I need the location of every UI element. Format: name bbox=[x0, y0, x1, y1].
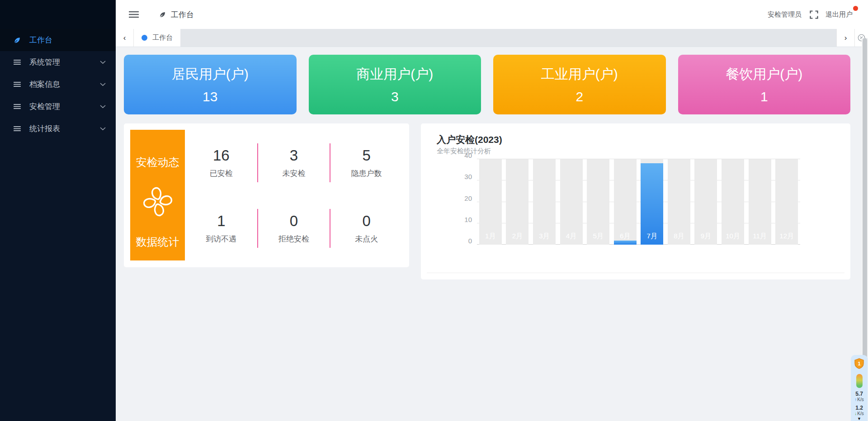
summary-stat-label: 拒绝安检 bbox=[278, 234, 309, 244]
bar-group-6月: 6月 bbox=[612, 159, 639, 245]
sidebar-item-label: 系统管理 bbox=[29, 57, 100, 67]
summary-side-block: 安检动态 数据统计 bbox=[130, 130, 185, 260]
sidebar-item-label: 档案信息 bbox=[29, 79, 100, 90]
user-name[interactable]: 安检管理员 bbox=[768, 10, 802, 19]
summary-stats-grid: 16已安检3未安检5隐患户数1到访不遇0拒绝安检0未点火 bbox=[185, 130, 403, 261]
stat-card-label: 商业用户(户) bbox=[356, 65, 433, 84]
x-axis-label: 2月 bbox=[506, 232, 528, 241]
summary-stat-到访不遇: 1到访不遇 bbox=[185, 195, 258, 261]
bar-group-8月: 8月 bbox=[665, 159, 693, 245]
x-axis-label: 11月 bbox=[749, 232, 771, 241]
y-axis-tick: 10 bbox=[464, 215, 472, 223]
summary-stat-拒绝安检: 0拒绝安检 bbox=[258, 195, 330, 261]
summary-side-top-label: 安检动态 bbox=[136, 155, 179, 170]
download-speed-value: 1.2 bbox=[855, 405, 863, 411]
background-bar: 9月 bbox=[694, 159, 717, 245]
stat-card-label: 居民用户(户) bbox=[172, 65, 249, 84]
summary-stat-未点火: 0未点火 bbox=[330, 195, 403, 261]
top-header: 工作台 安检管理员 退出用户 bbox=[116, 0, 868, 29]
summary-stat-value: 1 bbox=[217, 213, 225, 230]
background-bar: 2月 bbox=[506, 159, 528, 245]
stat-card-value: 13 bbox=[203, 89, 217, 104]
summary-stat-已安检: 16已安检 bbox=[185, 130, 258, 195]
leaf-icon bbox=[13, 36, 22, 45]
tab-active-dot-icon bbox=[142, 35, 147, 41]
traffic-level-bar bbox=[856, 374, 863, 388]
chart-footer-divider bbox=[427, 273, 844, 273]
summary-stat-value: 0 bbox=[362, 213, 370, 230]
tab-bar: ‹ 工作台 › bbox=[116, 29, 868, 47]
stat-card-value: 3 bbox=[391, 89, 399, 104]
list-icon bbox=[13, 124, 22, 133]
chevron-down-icon bbox=[100, 61, 106, 64]
stat-card-value: 1 bbox=[760, 89, 768, 104]
bar-group-2月: 2月 bbox=[504, 159, 531, 245]
upload-arrow-icon: ↑ bbox=[854, 397, 857, 402]
x-axis-label: 1月 bbox=[479, 232, 502, 241]
fullscreen-icon[interactable] bbox=[810, 10, 818, 19]
sidebar-item-label: 统计报表 bbox=[29, 123, 100, 134]
sidebar-item-system[interactable]: 系统管理 bbox=[0, 51, 116, 73]
sidebar-item-archives[interactable]: 档案信息 bbox=[0, 73, 116, 95]
bar-group-10月: 10月 bbox=[719, 159, 746, 245]
tabs-track: 工作台 bbox=[134, 29, 836, 47]
y-axis-tick: 40 bbox=[464, 151, 472, 159]
upload-speed-unit: K/s bbox=[857, 397, 863, 402]
download-arrow-icon: ↓ bbox=[854, 411, 857, 416]
chevron-down-icon bbox=[100, 127, 106, 131]
content-area: 居民用户(户)13商业用户(户)3工业用户(户)2餐饮用户(户)1 安检动态 bbox=[116, 47, 868, 279]
sidebar: 工作台系统管理档案信息安检管理统计报表 bbox=[0, 0, 116, 421]
fan-icon bbox=[141, 185, 175, 220]
stat-card-1[interactable]: 居民用户(户)13 bbox=[124, 55, 297, 114]
logout-button[interactable]: 退出用户 bbox=[826, 10, 854, 19]
stat-card-4[interactable]: 餐饮用户(户)1 bbox=[678, 55, 851, 114]
summary-stat-未安检: 3未安检 bbox=[258, 130, 330, 195]
list-icon bbox=[13, 58, 22, 67]
background-bar: 4月 bbox=[560, 159, 583, 245]
download-speed-unit: K/s bbox=[857, 411, 863, 416]
x-axis-label: 9月 bbox=[694, 232, 717, 241]
summary-stat-label: 未点火 bbox=[355, 234, 378, 244]
tabs-scroll-left-icon[interactable]: ‹ bbox=[116, 29, 134, 47]
sidebar-item-reports[interactable]: 统计报表 bbox=[0, 118, 116, 140]
x-axis-label: 4月 bbox=[560, 232, 583, 241]
chart-subtitle: 全年安检统计分析 bbox=[437, 147, 491, 156]
collapse-caret-icon[interactable]: ▼ bbox=[857, 416, 861, 421]
sidebar-item-inspection[interactable]: 安检管理 bbox=[0, 95, 116, 118]
x-axis-label: 3月 bbox=[533, 232, 556, 241]
inspection-summary-panel: 安检动态 数据统计 16已安检3未安检5隐患户数1到访 bbox=[124, 123, 409, 267]
bar-chart-plot: 0102030401月2月3月4月5月6月7月8月9月10月11月12月 bbox=[477, 159, 800, 245]
chevron-down-icon bbox=[100, 105, 106, 109]
upload-speed-value: 5.7 bbox=[855, 391, 863, 397]
background-bar: 12月 bbox=[775, 159, 798, 245]
network-monitor-widget[interactable]: 1 5.7 ↑K/s 1.2 ↓K/s ▼ bbox=[851, 355, 868, 421]
stat-card-label: 工业用户(户) bbox=[541, 65, 618, 84]
svg-text:1: 1 bbox=[858, 361, 860, 366]
tab-label: 工作台 bbox=[152, 33, 173, 42]
sidebar-menu: 工作台系统管理档案信息安检管理统计报表 bbox=[0, 29, 116, 140]
bars-container: 1月2月3月4月5月6月7月8月9月10月11月12月 bbox=[477, 159, 800, 245]
summary-stat-label: 未安检 bbox=[282, 168, 305, 179]
y-axis-tick: 0 bbox=[468, 237, 472, 245]
list-icon bbox=[13, 80, 22, 89]
summary-stat-label: 已安检 bbox=[210, 168, 233, 179]
logout-label: 退出用户 bbox=[826, 10, 853, 18]
stat-card-2[interactable]: 商业用户(户)3 bbox=[309, 55, 481, 114]
x-axis-label: 5月 bbox=[587, 232, 609, 241]
tab-workbench[interactable]: 工作台 bbox=[134, 29, 180, 47]
y-axis-tick: 20 bbox=[464, 194, 472, 202]
x-axis-label: 12月 bbox=[775, 232, 798, 241]
bar-group-9月: 9月 bbox=[693, 159, 720, 245]
page-scrollbar-thumb[interactable] bbox=[863, 38, 867, 358]
tabs-scroll-right-icon[interactable]: › bbox=[836, 29, 854, 47]
sidebar-item-workbench[interactable]: 工作台 bbox=[0, 29, 116, 51]
hamburger-icon[interactable] bbox=[129, 11, 139, 18]
bar-group-1月: 1月 bbox=[477, 159, 504, 245]
summary-stat-value: 16 bbox=[213, 147, 230, 164]
summary-stat-隐患户数: 5隐患户数 bbox=[330, 130, 403, 195]
x-axis-label: 8月 bbox=[668, 232, 690, 241]
background-bar: 7月 bbox=[641, 159, 663, 245]
yearly-inspection-chart-panel: 入户安检(2023) 全年安检统计分析 0102030401月2月3月4月5月6… bbox=[421, 123, 850, 279]
sidebar-item-label: 安检管理 bbox=[29, 101, 100, 112]
stat-card-3[interactable]: 工业用户(户)2 bbox=[493, 55, 666, 114]
